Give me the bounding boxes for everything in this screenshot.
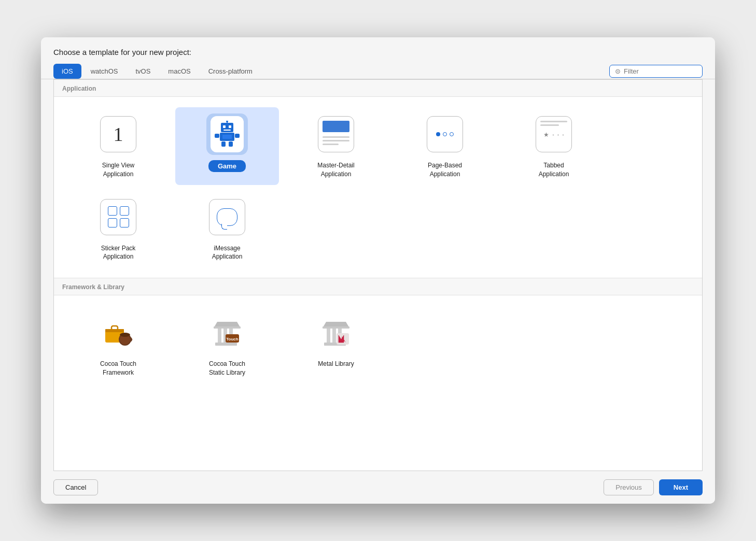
- svg-rect-27: [327, 328, 330, 343]
- sticker-pack-label: Sticker PackApplication: [101, 244, 136, 262]
- page-based-label: Page-BasedApplication: [428, 161, 462, 179]
- cocoa-static-icon-wrap: Touch: [206, 312, 248, 353]
- svg-rect-23: [214, 326, 241, 329]
- cocoa-framework-label: Cocoa TouchFramework: [100, 360, 136, 377]
- tab-watchos[interactable]: watchOS: [82, 64, 127, 79]
- application-template-grid: 1 Single ViewApplication: [54, 97, 702, 278]
- template-imessage[interactable]: iMessageApplication: [175, 190, 279, 268]
- svg-rect-1: [223, 125, 226, 128]
- template-tabbed[interactable]: ★ • • • TabbedApplication: [502, 107, 606, 185]
- page-based-icon-wrap: [424, 113, 466, 155]
- section-framework-header: Framework & Library: [54, 278, 702, 295]
- svg-rect-10: [229, 141, 233, 147]
- master-detail-icon-wrap: [315, 113, 357, 155]
- single-view-icon-wrap: 1: [97, 113, 139, 155]
- template-cocoa-static[interactable]: Touch Cocoa TouchStatic Library: [175, 306, 279, 383]
- new-project-dialog: Choose a template for your new project: …: [41, 37, 715, 504]
- tabbed-icon-wrap: ★ • • •: [533, 113, 575, 155]
- tabbed-label: TabbedApplication: [539, 161, 569, 179]
- filter-icon: ⊜: [615, 67, 621, 75]
- next-button[interactable]: Next: [659, 479, 703, 495]
- master-detail-icon: [318, 116, 354, 152]
- game-icon: [211, 116, 244, 152]
- tab-bar: iOS watchOS tvOS macOS Cross-platform ⊜: [41, 64, 715, 79]
- svg-rect-2: [229, 125, 231, 128]
- master-detail-label: Master-DetailApplication: [317, 161, 354, 179]
- metal-icon-wrap: [315, 312, 357, 353]
- single-view-icon: 1: [100, 116, 136, 152]
- svg-rect-31: [323, 326, 349, 329]
- dialog-title: Choose a template for your new project:: [53, 48, 191, 56]
- tab-tvos[interactable]: tvOS: [127, 64, 159, 79]
- template-master-detail[interactable]: Master-DetailApplication: [284, 107, 388, 185]
- framework-template-grid: Cocoa TouchFramework: [54, 295, 702, 394]
- template-single-view[interactable]: 1 Single ViewApplication: [66, 107, 170, 185]
- svg-point-17: [120, 333, 130, 337]
- svg-rect-18: [215, 343, 237, 346]
- section-application-header: Application: [54, 80, 702, 97]
- content-area: Application 1 Single ViewApplication: [53, 79, 703, 471]
- cocoa-framework-icon: [100, 315, 136, 351]
- page-based-icon: [427, 116, 463, 152]
- dialog-footer: Cancel Previous Next: [41, 471, 715, 504]
- imessage-icon-wrap: [206, 196, 248, 238]
- svg-rect-3: [223, 130, 231, 131]
- svg-rect-14: [111, 326, 118, 330]
- game-icon-wrap: [206, 113, 248, 155]
- cocoa-framework-icon-wrap: [97, 312, 139, 353]
- imessage-label: iMessageApplication: [212, 244, 243, 262]
- cocoa-static-label: Cocoa TouchStatic Library: [209, 360, 245, 377]
- dialog-header: Choose a template for your new project:: [41, 37, 715, 64]
- svg-point-5: [226, 121, 228, 122]
- svg-rect-28: [332, 328, 336, 343]
- filter-input[interactable]: [624, 67, 686, 75]
- svg-rect-9: [221, 141, 226, 147]
- template-sticker-pack[interactable]: Sticker PackApplication: [66, 190, 170, 268]
- filter-box[interactable]: ⊜: [609, 65, 703, 78]
- tab-cross-platform[interactable]: Cross-platform: [200, 64, 261, 79]
- template-page-based[interactable]: Page-BasedApplication: [393, 107, 497, 185]
- svg-rect-19: [218, 328, 221, 343]
- metal-label: Metal Library: [318, 360, 354, 368]
- svg-rect-7: [215, 134, 219, 138]
- single-view-label: Single ViewApplication: [102, 161, 134, 179]
- cancel-button[interactable]: Cancel: [53, 479, 98, 495]
- metal-icon: [318, 315, 354, 351]
- sticker-pack-icon: [100, 199, 136, 235]
- svg-text:Touch: Touch: [226, 337, 239, 341]
- svg-rect-8: [235, 134, 240, 138]
- sticker-pack-icon-wrap: [97, 196, 139, 238]
- tabbed-icon: ★ • • •: [536, 116, 572, 152]
- footer-right-buttons: Previous Next: [604, 479, 703, 495]
- tab-macos[interactable]: macOS: [160, 64, 199, 79]
- imessage-icon: [209, 199, 245, 235]
- template-game[interactable]: Game: [175, 107, 279, 185]
- tab-list: iOS watchOS tvOS macOS Cross-platform: [53, 64, 609, 79]
- template-metal[interactable]: Metal Library: [284, 306, 388, 383]
- svg-rect-11: [222, 135, 232, 139]
- template-cocoa-framework[interactable]: Cocoa TouchFramework: [66, 306, 170, 383]
- tab-ios[interactable]: iOS: [53, 64, 81, 79]
- cocoa-static-icon: Touch: [209, 315, 245, 351]
- previous-button[interactable]: Previous: [604, 479, 654, 495]
- svg-rect-0: [221, 123, 233, 132]
- game-label: Game: [208, 160, 246, 172]
